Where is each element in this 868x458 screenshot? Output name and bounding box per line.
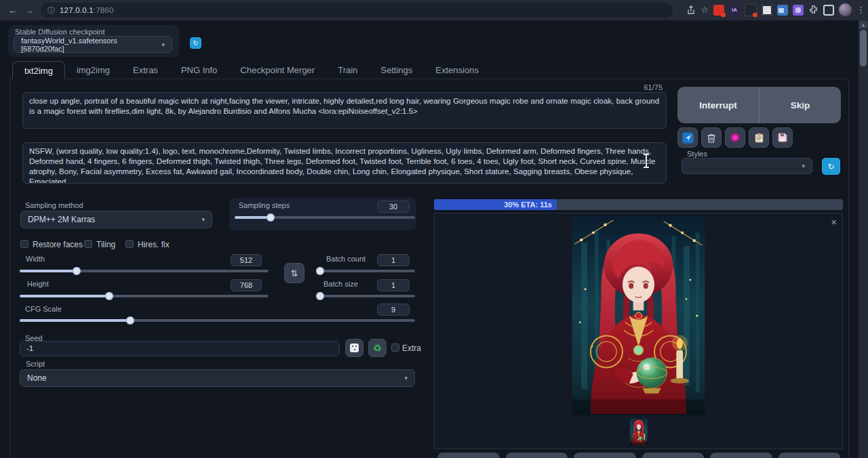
sampling-method-dropdown[interactable]: DPM++ 2M Karras▾ <box>20 211 212 228</box>
scrollbar-thumb[interactable] <box>860 30 867 66</box>
gallery-action-button[interactable] <box>642 453 705 458</box>
cfg-scale-label: CFG Scale <box>25 305 62 313</box>
bookmark-star-icon[interactable]: ☆ <box>701 5 709 15</box>
restore-faces-checkbox[interactable] <box>20 240 28 248</box>
sidebar-toggle-icon[interactable] <box>823 5 834 16</box>
url-text: 127.0.0.1:7860 <box>60 6 114 14</box>
progress-text: 30% ETA: 11s <box>504 201 552 209</box>
hires-fix-label: Hires. fix <box>138 240 170 249</box>
paste-generation-params-button[interactable] <box>677 127 698 148</box>
sampling-steps-value[interactable]: 30 <box>377 201 410 213</box>
swap-icon: ⇅ <box>291 268 298 278</box>
sampling-steps-label: Sampling steps <box>239 201 290 209</box>
batch-count-label: Batch count <box>326 255 366 263</box>
extension-icon-ia[interactable]: IA <box>729 5 740 16</box>
trash-icon <box>707 133 716 143</box>
share-icon[interactable] <box>686 5 696 15</box>
batch-size-slider[interactable] <box>317 292 415 300</box>
dice-icon <box>350 344 359 352</box>
palette-icon <box>730 133 740 142</box>
skip-button[interactable]: Skip <box>760 87 841 123</box>
styles-dropdown[interactable]: ▾ <box>682 158 812 174</box>
tab-checkpoint-merger[interactable]: Checkpoint Merger <box>229 61 326 79</box>
styles-refresh-button[interactable]: ↻ <box>822 158 840 175</box>
extension-icon-purple[interactable] <box>793 5 804 16</box>
browser-toolbar: ← → ↻ ⓘ 127.0.0.1:7860 ☆ IA ⋮ <box>0 0 868 20</box>
gallery-action-row <box>437 453 840 458</box>
extension-icon-notes[interactable] <box>762 5 772 16</box>
extra-networks-button[interactable] <box>725 127 745 148</box>
negative-prompt-input[interactable]: NSFW, (worst quality, low quality:1.4), … <box>22 142 667 184</box>
gallery-action-button[interactable] <box>710 453 772 458</box>
gallery-action-button[interactable] <box>778 453 841 458</box>
extra-seed-checkbox[interactable] <box>391 344 399 352</box>
chevron-down-icon: ▾ <box>201 216 205 223</box>
interrupt-button[interactable]: Interrupt <box>677 87 759 123</box>
batch-count-slider[interactable] <box>317 267 415 275</box>
hires-fix-checkbox[interactable] <box>125 240 134 248</box>
apply-style-button[interactable] <box>749 127 769 148</box>
batch-count-value[interactable]: 1 <box>377 254 410 266</box>
tab-train[interactable]: Train <box>326 61 369 79</box>
sampling-method-label: Sampling method <box>25 201 83 209</box>
gallery-action-button[interactable] <box>437 453 500 458</box>
width-slider[interactable] <box>20 267 269 275</box>
close-preview-icon[interactable]: × <box>831 217 837 227</box>
clear-prompt-button[interactable] <box>701 127 722 148</box>
gallery-action-button[interactable] <box>506 453 568 458</box>
cfg-scale-value[interactable]: 9 <box>377 304 410 316</box>
tab-png-info[interactable]: PNG Info <box>170 61 229 79</box>
batch-size-label: Batch size <box>323 280 358 288</box>
recycle-icon: ♻ <box>373 342 382 354</box>
prompt-input[interactable]: close up angle, portrait of a beautiful … <box>22 92 667 129</box>
extension-icon-red[interactable] <box>713 5 724 16</box>
seed-input[interactable]: -1 <box>20 341 340 356</box>
random-seed-button[interactable] <box>345 339 363 357</box>
address-bar[interactable]: ⓘ 127.0.0.1:7860 <box>41 3 673 18</box>
floppy-save-icon <box>778 133 787 142</box>
tab-img2img[interactable]: img2img <box>65 61 121 79</box>
sampling-steps-slider[interactable] <box>235 213 415 222</box>
paste-arrow-icon <box>682 132 694 144</box>
interrupt-skip-group: Interrupt Skip <box>677 87 841 123</box>
forward-icon[interactable]: → <box>22 3 37 17</box>
checkpoint-refresh-button[interactable]: ↻ <box>190 37 201 49</box>
extension-icon-blue[interactable] <box>777 5 788 16</box>
scrollbar-up-arrow[interactable]: ▲ <box>859 21 867 28</box>
checkpoint-dropdown[interactable]: fantasyWorld_v1.safetensors [6870d20fac]… <box>14 36 172 53</box>
browser-actions: ☆ IA ⋮ <box>686 3 865 16</box>
preview-gallery: × <box>434 213 843 449</box>
reuse-seed-button[interactable]: ♻ <box>368 339 387 357</box>
tab-extensions[interactable]: Extensions <box>424 61 490 79</box>
save-style-button[interactable] <box>772 127 793 148</box>
back-icon[interactable]: ← <box>5 3 20 17</box>
tab-txt2img[interactable]: txt2img <box>12 61 65 79</box>
site-info-icon[interactable]: ⓘ <box>47 5 55 16</box>
swap-dimensions-button[interactable]: ⇅ <box>284 263 304 283</box>
extension-icon-dark[interactable] <box>745 4 757 16</box>
height-label: Height <box>27 280 49 288</box>
extensions-puzzle-icon[interactable] <box>808 5 818 15</box>
extra-seed-label: Extra <box>402 344 421 353</box>
checkpoint-label: Stable Diffusion checkpoint <box>15 28 105 36</box>
script-label: Script <box>26 360 45 368</box>
tiling-checkbox[interactable] <box>84 240 92 248</box>
gallery-thumbnail[interactable] <box>628 417 650 444</box>
script-dropdown[interactable]: None▾ <box>20 369 415 387</box>
menu-dots-icon[interactable]: ⋮ <box>856 5 865 15</box>
profile-avatar[interactable] <box>839 3 852 16</box>
height-slider[interactable] <box>20 292 269 300</box>
width-label: Width <box>26 255 45 263</box>
tab-extras[interactable]: Extras <box>121 61 170 79</box>
batch-size-value[interactable]: 1 <box>377 279 410 291</box>
chevron-down-icon: ▾ <box>161 41 165 48</box>
cfg-scale-slider[interactable] <box>20 316 415 325</box>
width-value[interactable]: 512 <box>231 254 262 266</box>
gallery-action-button[interactable] <box>574 453 636 458</box>
height-value[interactable]: 768 <box>231 279 262 291</box>
text-cursor <box>646 154 647 168</box>
page-scrollbar[interactable]: ▲ <box>859 20 868 458</box>
tab-settings[interactable]: Settings <box>369 61 424 79</box>
chevron-down-icon: ▾ <box>404 375 408 381</box>
generated-image-preview[interactable] <box>572 216 705 415</box>
